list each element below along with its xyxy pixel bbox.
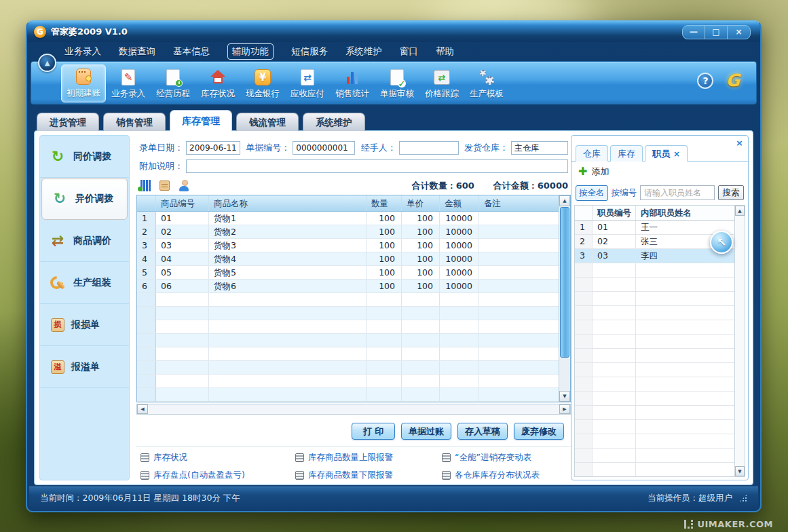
sidebar-item-diff-price-transfer[interactable]: ↻ 异价调拨 — [41, 178, 128, 220]
staff-row-empty[interactable] — [575, 392, 734, 406]
table-row[interactable]: 5 05 货物5 100 100 10000 — [137, 266, 559, 280]
warehouse-input[interactable] — [511, 141, 568, 155]
toolbar-item-cash-bank[interactable]: ¥ 现金银行 — [240, 64, 285, 102]
staff-row-empty[interactable] — [575, 263, 734, 278]
tab-close-icon[interactable]: × — [673, 149, 680, 159]
menu-item-sms-service[interactable]: 短信服务 — [291, 45, 328, 58]
warehouse-picker-icon[interactable] — [140, 180, 151, 191]
staff-row-empty[interactable] — [575, 320, 734, 335]
menu-item-data-query[interactable]: 数据查询 — [119, 45, 155, 58]
toolbar-item-document-audit[interactable]: ✓ 单据审核 — [375, 64, 419, 102]
menu-item-aux-functions[interactable]: 辅助功能 — [227, 43, 274, 60]
vertical-scrollbar[interactable]: ▲ ▼ — [559, 195, 570, 402]
date-input[interactable] — [186, 141, 240, 155]
scrollbar-thumb[interactable] — [560, 207, 569, 358]
staff-row-empty[interactable] — [575, 306, 734, 320]
table-row[interactable]: 6 06 货物6 100 100 10000 — [137, 280, 559, 293]
close-button[interactable]: × — [728, 26, 750, 39]
note-input[interactable] — [186, 159, 568, 173]
menu-item-basic-info[interactable]: 基本信息 — [173, 45, 210, 58]
sidebar-item-same-price-transfer[interactable]: ↻ 同价调拨 — [40, 136, 129, 178]
link-warehouse-distribution[interactable]: 各仓库库存分布状况表 — [442, 470, 563, 481]
staff-row-empty[interactable] — [575, 463, 734, 476]
sidebar-item-production-assembly[interactable]: 生产组装 — [40, 262, 129, 304]
sidebar-item-loss-report[interactable]: 损 报损单 — [40, 304, 129, 346]
staff-row-empty[interactable] — [575, 363, 734, 377]
toolbar-item-initial-setup[interactable]: 初期建账 — [61, 64, 106, 102]
scroll-right-icon[interactable]: ▶ — [559, 404, 570, 414]
menu-item-window[interactable]: 窗口 — [400, 45, 418, 58]
table-row-empty[interactable] — [137, 334, 559, 347]
toolbar-item-price-tracking[interactable]: ⇄ 价格跟踪 — [419, 64, 464, 102]
menu-item-system-maintenance[interactable]: 系统维护 — [345, 45, 382, 58]
staff-row-empty[interactable] — [575, 406, 734, 420]
sidebar-item-surplus-report[interactable]: 溢 报溢单 — [40, 346, 129, 388]
staff-row-empty[interactable] — [575, 420, 734, 434]
menu-item-business-entry[interactable]: 业务录入 — [64, 45, 101, 58]
table-row-empty[interactable] — [137, 320, 559, 334]
maximize-button[interactable]: □ — [705, 26, 728, 39]
help-icon[interactable]: ? — [697, 73, 713, 89]
toolbar-item-sales-statistics[interactable]: 销售统计 — [330, 64, 375, 102]
panel-close-icon[interactable]: × — [736, 138, 743, 148]
panel-tab-warehouse[interactable]: 仓库 — [576, 145, 608, 162]
link-upper-limit-alarm[interactable]: 库存商品数量上限报警 — [295, 452, 442, 463]
minimize-button[interactable]: — — [683, 26, 705, 39]
table-row[interactable]: 2 02 货物2 100 100 10000 — [137, 225, 559, 239]
link-inventory-status[interactable]: 库存状况 — [140, 452, 295, 463]
scroll-left-icon[interactable]: ◀ — [137, 404, 148, 414]
print-button[interactable]: 打 印 — [352, 423, 395, 440]
tab-inventory-management[interactable]: 库存管理 — [170, 110, 232, 131]
search-button[interactable]: 搜索 — [718, 185, 744, 200]
inventory-picker-icon[interactable] — [160, 180, 170, 191]
link-allround-change-report[interactable]: “全能”进销存变动表 — [442, 452, 563, 463]
sidebar-item-product-repricing[interactable]: ⇄ 商品调价 — [40, 220, 129, 262]
table-row[interactable]: 3 03 货物3 100 100 10000 — [137, 239, 559, 252]
link-stocktaking[interactable]: 库存盘点(自动盘盈盘亏) — [140, 470, 295, 481]
link-lower-limit-alarm[interactable]: 库存商品数量下限报警 — [295, 470, 442, 481]
toolbar-item-business-entry[interactable]: ✎ 业务录入 — [106, 64, 151, 102]
staff-row-empty[interactable] — [575, 349, 734, 363]
toolbar-item-inventory-status[interactable]: 库存状况 — [195, 64, 240, 102]
discard-changes-button[interactable]: 废弃修改 — [514, 423, 564, 440]
staff-row-empty[interactable] — [575, 335, 734, 349]
resize-grip[interactable] — [739, 494, 747, 502]
table-row-empty[interactable] — [137, 361, 559, 375]
staff-row[interactable]: 1 01 王一 — [575, 221, 734, 235]
post-document-button[interactable]: 单据过账 — [401, 423, 451, 440]
tab-cashflow-management[interactable]: 钱流管理 — [236, 113, 299, 131]
scroll-down-icon[interactable]: ▼ — [735, 466, 745, 476]
toolbar-collapse-button[interactable]: ▲ — [38, 54, 56, 72]
staff-row-empty[interactable] — [575, 377, 734, 392]
menu-item-help[interactable]: 帮助 — [436, 45, 454, 58]
table-row-empty[interactable] — [137, 347, 559, 361]
staff-row-selected[interactable]: 3 03 李四 — [575, 249, 734, 263]
table-row[interactable]: 1 01 货物1 100 100 10000 — [137, 212, 559, 225]
save-draft-button[interactable]: 存入草稿 — [457, 423, 508, 440]
toolbar-item-production-template[interactable]: 生产模板 — [464, 64, 509, 102]
staff-row-empty[interactable] — [575, 292, 734, 306]
toolbar-item-business-history[interactable]: 经营历程 — [151, 64, 195, 102]
staff-scrollbar[interactable]: ▲ ▼ — [734, 206, 745, 476]
add-staff-button[interactable]: ✚ 添加 — [578, 166, 609, 178]
table-row-empty[interactable] — [137, 293, 559, 307]
tab-sales-management[interactable]: 销售管理 — [103, 113, 166, 131]
staff-row-empty[interactable] — [575, 278, 734, 292]
staff-row-empty[interactable] — [575, 449, 734, 463]
scroll-down-icon[interactable]: ▼ — [559, 391, 570, 402]
filter-by-code[interactable]: 按编号 — [612, 187, 637, 199]
table-row-empty[interactable] — [137, 375, 559, 388]
table-row-empty[interactable] — [137, 307, 559, 320]
scroll-up-icon[interactable]: ▲ — [559, 195, 570, 206]
filter-by-fullname[interactable]: 按全名 — [576, 185, 608, 201]
table-row[interactable]: 4 04 货物4 100 100 10000 — [137, 252, 559, 266]
panel-tab-staff[interactable]: 职员× — [645, 145, 688, 162]
horizontal-scrollbar[interactable]: ◀ ▶ — [136, 404, 571, 415]
table-row-empty[interactable] — [137, 388, 559, 402]
handler-input[interactable] — [399, 141, 459, 155]
toolbar-item-receivable-payable[interactable]: ⇄ 应收应付 — [285, 64, 330, 102]
staff-picker-icon[interactable] — [179, 180, 189, 191]
panel-tab-inventory[interactable]: 库存 — [610, 145, 643, 162]
doc-number-input[interactable] — [293, 141, 355, 155]
staff-row-empty[interactable] — [575, 434, 734, 449]
